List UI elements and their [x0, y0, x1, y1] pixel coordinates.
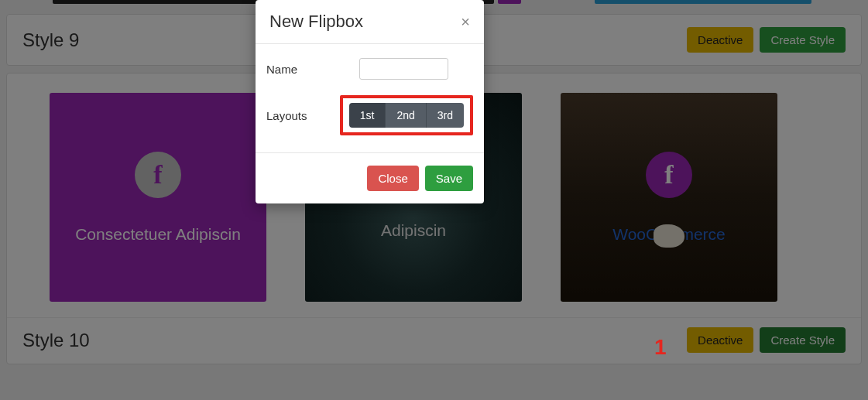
name-row: Name	[266, 58, 473, 80]
layouts-segmented-control: 1st 2nd 3rd	[349, 103, 464, 128]
modal-body: Name Layouts 1st 2nd 3rd	[256, 43, 484, 152]
layouts-highlight-box: 1st 2nd 3rd	[340, 95, 473, 135]
layout-option-1st[interactable]: 1st	[349, 103, 386, 128]
modal-title: New Flipbox	[269, 12, 363, 32]
layouts-row: Layouts 1st 2nd 3rd	[266, 95, 473, 135]
close-icon[interactable]: ×	[461, 14, 470, 29]
layout-option-3rd[interactable]: 3rd	[427, 103, 464, 128]
layouts-label: Layouts	[266, 109, 340, 122]
modal-footer: Close Save	[256, 152, 484, 203]
name-input[interactable]	[359, 58, 448, 80]
name-label: Name	[266, 63, 359, 76]
new-flipbox-modal: New Flipbox × Name Layouts 1st 2nd 3rd C…	[256, 0, 484, 203]
close-button[interactable]: Close	[367, 166, 418, 191]
save-button[interactable]: Save	[425, 166, 473, 191]
modal-header: New Flipbox ×	[256, 0, 484, 43]
layout-option-2nd[interactable]: 2nd	[386, 103, 426, 128]
